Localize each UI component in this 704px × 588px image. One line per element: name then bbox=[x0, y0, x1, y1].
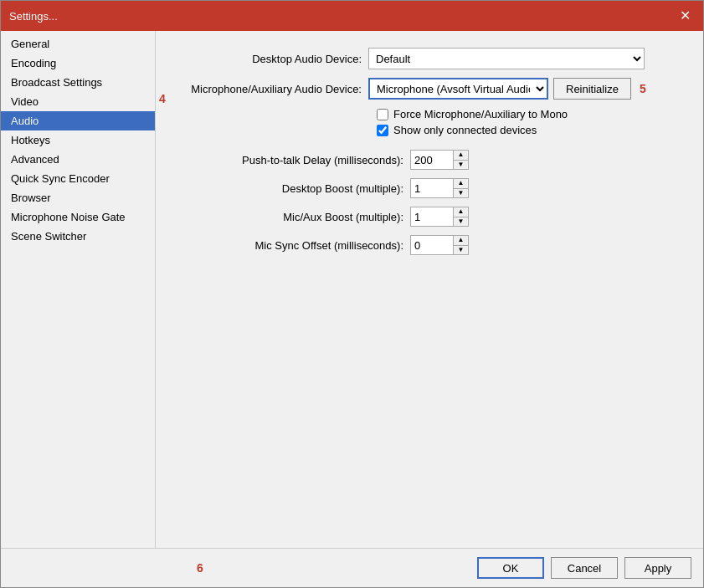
checkboxes-area: Force Microphone/Auxiliary to Mono Show … bbox=[377, 108, 683, 136]
desktop-boost-up[interactable]: ▲ bbox=[454, 179, 468, 188]
sidebar-item-scene-switcher[interactable]: Scene Switcher bbox=[1, 227, 155, 246]
mic-aux-boost-input-wrap: 1 ▲ ▼ bbox=[410, 207, 469, 227]
mic-audio-control-wrap: Microphone (Avsoft Virtual Audio Device)… bbox=[368, 78, 683, 100]
dialog-title: Settings... bbox=[9, 10, 58, 23]
push-to-talk-input[interactable]: 200 bbox=[411, 151, 453, 169]
dialog-content: General Encoding Broadcast Settings Vide… bbox=[1, 31, 703, 548]
mic-aux-boost-spinner: ▲ ▼ bbox=[453, 207, 468, 226]
desktop-boost-input-wrap: 1 ▲ ▼ bbox=[410, 178, 469, 198]
mic-aux-boost-row: Mic/Aux Boost (multiple): 1 ▲ ▼ bbox=[176, 207, 683, 227]
sidebar-item-microphone-noise-gate[interactable]: Microphone Noise Gate bbox=[1, 207, 155, 227]
desktop-boost-row: Desktop Boost (multiple): 1 ▲ ▼ bbox=[176, 178, 683, 198]
mic-sync-spinner: ▲ ▼ bbox=[453, 236, 468, 254]
sidebar-item-video[interactable]: Video bbox=[1, 92, 155, 111]
show-connected-checkbox[interactable] bbox=[377, 125, 388, 136]
push-to-talk-row: Push-to-talk Delay (milliseconds): 200 ▲… bbox=[176, 150, 683, 170]
close-button[interactable]: ✕ bbox=[675, 6, 695, 26]
push-to-talk-down[interactable]: ▼ bbox=[454, 160, 468, 170]
force-mono-label[interactable]: Force Microphone/Auxiliary to Mono bbox=[393, 108, 568, 120]
cancel-button[interactable]: Cancel bbox=[551, 557, 618, 579]
sidebar-item-browser[interactable]: Browser bbox=[1, 188, 155, 207]
mic-sync-row: Mic Sync Offset (milliseconds): 0 ▲ ▼ bbox=[176, 235, 683, 255]
desktop-boost-label: Desktop Boost (multiple): bbox=[176, 182, 410, 195]
title-bar: Settings... ✕ bbox=[1, 1, 703, 31]
desktop-boost-spinner: ▲ ▼ bbox=[453, 179, 468, 197]
show-connected-row: Show only connected devices bbox=[377, 124, 683, 136]
sidebar-item-general[interactable]: General bbox=[1, 34, 155, 54]
ok-button[interactable]: OK bbox=[477, 557, 544, 579]
main-panel: Desktop Audio Device: Default Microphone… bbox=[156, 31, 703, 548]
sidebar-item-quick-sync-encoder[interactable]: Quick Sync Encoder bbox=[1, 169, 155, 188]
mic-sync-input[interactable]: 0 bbox=[411, 236, 453, 254]
mic-aux-boost-input[interactable]: 1 bbox=[411, 207, 453, 226]
sidebar-item-encoding[interactable]: Encoding bbox=[1, 54, 155, 73]
push-to-talk-up[interactable]: ▲ bbox=[454, 151, 468, 160]
settings-dialog: Settings... ✕ General Encoding Broadcast… bbox=[0, 0, 704, 588]
mic-sync-up[interactable]: ▲ bbox=[454, 236, 468, 245]
push-to-talk-input-wrap: 200 ▲ ▼ bbox=[410, 150, 469, 170]
sidebar: General Encoding Broadcast Settings Vide… bbox=[1, 31, 156, 548]
mic-audio-row: Microphone/Auxiliary Audio Device: Micro… bbox=[176, 78, 683, 100]
desktop-boost-down[interactable]: ▼ bbox=[454, 188, 468, 198]
mic-sync-input-wrap: 0 ▲ ▼ bbox=[410, 235, 469, 255]
mic-audio-label: Microphone/Auxiliary Audio Device: bbox=[176, 83, 368, 95]
desktop-audio-label: Desktop Audio Device: bbox=[176, 53, 368, 65]
annotation-4: 4 bbox=[159, 92, 166, 105]
annotation-6: 6 bbox=[197, 561, 203, 575]
mic-sync-label: Mic Sync Offset (milliseconds): bbox=[176, 239, 410, 252]
desktop-audio-row: Desktop Audio Device: Default bbox=[176, 48, 683, 69]
footer: 6 OK Cancel Apply bbox=[1, 548, 703, 587]
sidebar-item-audio[interactable]: Audio bbox=[1, 111, 155, 130]
mic-aux-boost-label: Mic/Aux Boost (multiple): bbox=[176, 211, 410, 223]
desktop-audio-control-wrap: Default bbox=[368, 48, 683, 69]
apply-button[interactable]: Apply bbox=[624, 557, 691, 579]
desktop-audio-select[interactable]: Default bbox=[368, 48, 645, 69]
mic-aux-boost-down[interactable]: ▼ bbox=[454, 217, 468, 227]
push-to-talk-spinner: ▲ ▼ bbox=[453, 151, 468, 169]
desktop-boost-input[interactable]: 1 bbox=[411, 179, 453, 197]
show-connected-label[interactable]: Show only connected devices bbox=[393, 124, 537, 136]
sidebar-item-hotkeys[interactable]: Hotkeys bbox=[1, 130, 155, 150]
push-to-talk-label: Push-to-talk Delay (milliseconds): bbox=[176, 154, 410, 166]
reinitialize-button[interactable]: Reinitialize bbox=[553, 78, 631, 100]
sidebar-item-advanced[interactable]: Advanced bbox=[1, 150, 155, 169]
mic-aux-boost-up[interactable]: ▲ bbox=[454, 207, 468, 217]
force-mono-row: Force Microphone/Auxiliary to Mono bbox=[377, 108, 683, 120]
annotation-5: 5 bbox=[640, 82, 646, 95]
mic-audio-select[interactable]: Microphone (Avsoft Virtual Audio Device) bbox=[368, 78, 548, 100]
force-mono-checkbox[interactable] bbox=[377, 109, 388, 120]
sidebar-item-broadcast-settings[interactable]: Broadcast Settings bbox=[1, 73, 155, 92]
mic-sync-down[interactable]: ▼ bbox=[454, 245, 468, 255]
